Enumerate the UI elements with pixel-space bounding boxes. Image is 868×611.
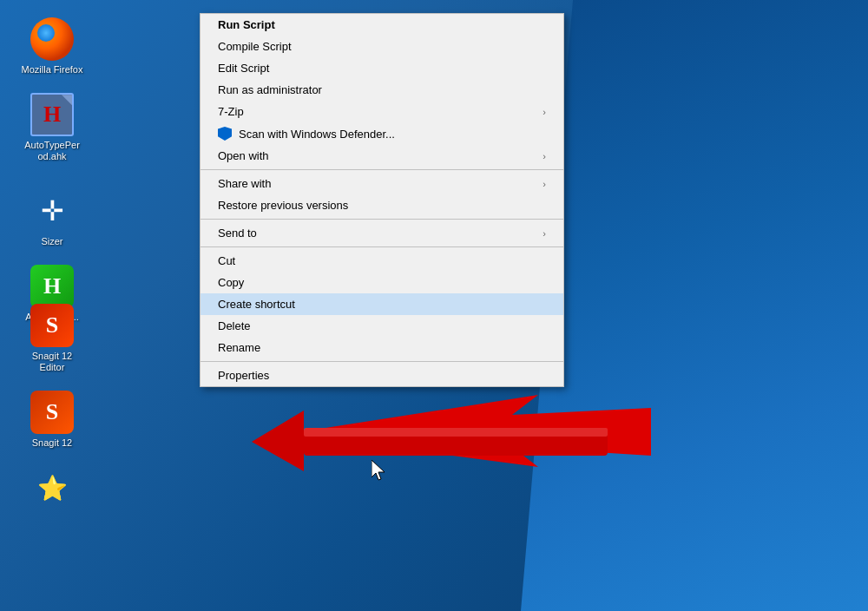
menu-item-run-admin-label: Run as administrator: [218, 83, 322, 96]
menu-item-copy-label: Copy: [218, 276, 244, 289]
menu-item-open-with-label: Open with: [218, 149, 269, 162]
menu-item-7zip-label: 7-Zip: [218, 105, 244, 118]
menu-item-edit-script-label: Edit Script: [218, 62, 269, 75]
menu-item-delete[interactable]: Delete: [201, 315, 563, 337]
separator-3: [201, 246, 563, 247]
menu-item-compile-script[interactable]: Compile Script: [201, 36, 563, 57]
menu-item-open-with[interactable]: Open with ›: [201, 145, 563, 167]
star-icon: ⭐: [30, 467, 74, 510]
menu-item-send-to[interactable]: Send to ›: [201, 222, 563, 244]
menu-item-create-shortcut[interactable]: Create shortcut: [201, 293, 563, 315]
sizer-label: Sizer: [41, 236, 62, 247]
snagit12-icon: S: [30, 391, 74, 434]
desktop-icon-snagit12editor[interactable]: S Snagit 12Editor: [17, 304, 87, 373]
menu-item-7zip[interactable]: 7-Zip ›: [201, 101, 563, 122]
menu-item-scan-defender[interactable]: Scan with Windows Defender...: [201, 122, 563, 145]
chevron-right-icon-openwith: ›: [542, 151, 546, 161]
desktop-icon-sizer[interactable]: ✛ Sizer: [17, 189, 87, 247]
desktop-icon-snagit12[interactable]: S Snagit 12: [17, 391, 87, 449]
menu-item-send-to-label: Send to: [218, 227, 257, 240]
menu-item-properties-label: Properties: [218, 369, 269, 382]
snagit12editor-icon: S: [30, 304, 74, 347]
firefox-icon: [30, 17, 74, 61]
snagit12editor-label: Snagit 12Editor: [32, 351, 72, 373]
menu-item-scan-left: Scan with Windows Defender...: [218, 127, 395, 141]
context-menu: Run Script Compile Script Edit Script Ru…: [200, 13, 564, 387]
desktop-icons-col2: S Snagit 12Editor S Snagit 12 ⭐: [17, 304, 87, 514]
menu-item-run-script-label: Run Script: [218, 18, 275, 31]
snagit12-label: Snagit 12: [32, 437, 72, 449]
menu-item-properties[interactable]: Properties: [201, 365, 563, 386]
menu-item-share-with-label: Share with: [218, 177, 271, 190]
separator-1: [201, 169, 563, 170]
menu-item-scan-label: Scan with Windows Defender...: [239, 128, 395, 141]
chevron-right-icon: ›: [542, 107, 546, 117]
menu-item-edit-script[interactable]: Edit Script: [201, 57, 563, 79]
ahk-selected-icon: H: [30, 93, 74, 136]
menu-item-cut-label: Cut: [218, 254, 235, 267]
firefox-label: Mozilla Firefox: [22, 64, 83, 76]
chevron-right-icon-sharewith: ›: [542, 179, 546, 189]
desktop-icon-autotypeperiod[interactable]: H AutoTypePerod.ahk: [17, 93, 87, 162]
desktop-icons: Mozilla Firefox H AutoTypePerod.ahk ✛ Si…: [17, 17, 87, 323]
desktop-icon-star[interactable]: ⭐: [17, 467, 87, 514]
menu-item-create-shortcut-label: Create shortcut: [218, 298, 295, 311]
menu-item-delete-label: Delete: [218, 319, 251, 332]
autotypep-icon: H: [30, 265, 74, 308]
separator-4: [201, 361, 563, 362]
menu-item-run-admin[interactable]: Run as administrator: [201, 79, 563, 101]
menu-item-compile-script-label: Compile Script: [218, 40, 292, 53]
sizer-icon: ✛: [30, 189, 74, 233]
menu-item-run-script[interactable]: Run Script: [201, 14, 563, 36]
separator-2: [201, 219, 563, 220]
chevron-right-icon-sendto: ›: [542, 228, 546, 239]
menu-item-cut[interactable]: Cut: [201, 250, 563, 272]
desktop-icon-firefox[interactable]: Mozilla Firefox: [17, 17, 87, 76]
ahk-label: AutoTypePerod.ahk: [24, 140, 80, 162]
menu-item-rename[interactable]: Rename: [201, 337, 563, 358]
menu-item-share-with[interactable]: Share with ›: [201, 173, 563, 194]
menu-item-restore-previous[interactable]: Restore previous versions: [201, 194, 563, 216]
menu-item-copy[interactable]: Copy: [201, 272, 563, 293]
menu-item-rename-label: Rename: [218, 341, 260, 354]
menu-item-restore-previous-label: Restore previous versions: [218, 199, 348, 212]
